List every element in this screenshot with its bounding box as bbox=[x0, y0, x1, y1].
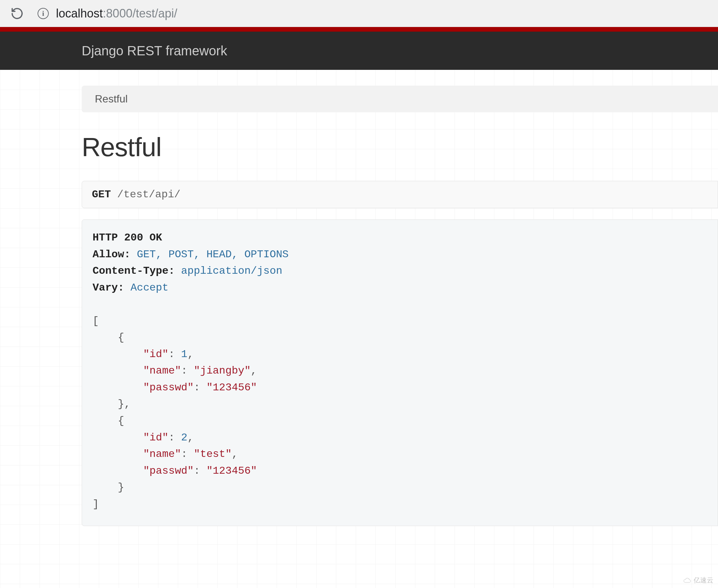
watermark: 亿速云 bbox=[682, 576, 713, 585]
response-header-value: application/json bbox=[181, 265, 282, 277]
nav-bar: Django REST framework bbox=[0, 31, 718, 70]
request-line: GET /test/api/ bbox=[82, 181, 718, 208]
cloud-icon bbox=[682, 578, 692, 583]
url-path: /test/api/ bbox=[132, 6, 177, 20]
breadcrumb-item[interactable]: Restful bbox=[95, 93, 128, 105]
request-path: /test/api/ bbox=[117, 188, 181, 201]
response-status: HTTP 200 OK bbox=[92, 232, 162, 244]
json-value: 1 bbox=[181, 348, 187, 360]
json-value: jiangby bbox=[200, 365, 244, 377]
json-value: 123456 bbox=[213, 381, 251, 394]
request-method: GET bbox=[92, 188, 111, 201]
site-info-icon[interactable]: i bbox=[38, 8, 49, 19]
reload-icon[interactable] bbox=[10, 6, 24, 21]
url-input-area[interactable]: i localhost:8000/test/api/ bbox=[38, 6, 708, 20]
brand-link[interactable]: Django REST framework bbox=[82, 43, 227, 58]
url-text: localhost:8000/test/api/ bbox=[56, 6, 177, 20]
json-value: 123456 bbox=[213, 465, 251, 477]
url-host: localhost bbox=[56, 6, 103, 20]
response-header-value: GET, POST, HEAD, OPTIONS bbox=[137, 248, 289, 260]
header-accent-strip bbox=[0, 27, 718, 31]
page-title: Restful bbox=[82, 132, 718, 162]
breadcrumb: Restful bbox=[82, 86, 718, 112]
browser-address-bar: i localhost:8000/test/api/ bbox=[0, 0, 718, 27]
response-box: HTTP 200 OK Allow: GET, POST, HEAD, OPTI… bbox=[82, 219, 718, 526]
response-header-key: Content-Type: bbox=[92, 265, 175, 277]
page-body: Restful Restful GET /test/api/ HTTP 200 … bbox=[0, 70, 718, 588]
response-header-value: Accept bbox=[130, 282, 168, 294]
json-value: 2 bbox=[181, 432, 187, 444]
response-header-key: Allow: bbox=[92, 248, 130, 260]
json-value: test bbox=[200, 448, 225, 460]
url-port: :8000 bbox=[103, 6, 132, 20]
watermark-text: 亿速云 bbox=[694, 576, 713, 585]
response-header-key: Vary: bbox=[92, 282, 124, 294]
